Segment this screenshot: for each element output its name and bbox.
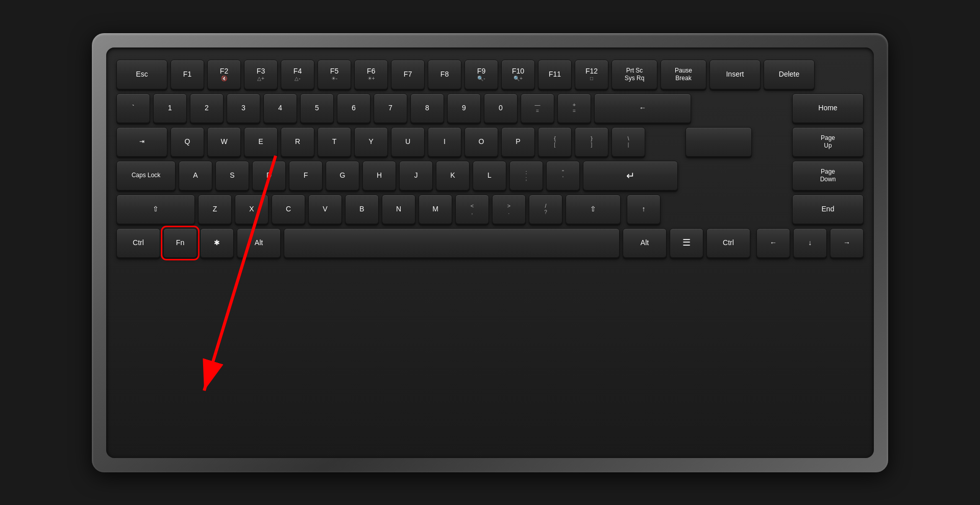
key-f12[interactable]: F12 □ [575,60,608,89]
key-y[interactable]: Y [354,127,388,157]
key-g[interactable]: G [326,161,359,190]
key-backtick[interactable]: ` [116,93,150,123]
key-minus[interactable]: — = [521,93,554,123]
key-win[interactable]: ✱ [200,228,234,258]
key-e[interactable]: E [244,127,278,157]
num-key-row: ` 1 2 3 4 5 6 7 8 9 0 — = + = ← [116,93,864,123]
key-f5[interactable]: F5 ☀- [317,60,351,89]
key-b[interactable]: B [345,195,379,224]
key-6[interactable]: 6 [337,93,371,123]
key-end[interactable]: End [792,195,864,224]
bottom-row: Ctrl Fn ✱ Alt Alt ☰ Ctrl ← ↓ → [116,228,864,258]
key-p[interactable]: P [501,127,535,157]
key-right[interactable]: → [830,228,864,258]
key-lbracket[interactable]: { [ [538,127,572,157]
key-x[interactable]: X [235,195,268,224]
key-m[interactable]: M [419,195,452,224]
key-pause[interactable]: PauseBreak [660,60,706,89]
key-r[interactable]: R [281,127,314,157]
key-a[interactable]: A [179,161,212,190]
key-backspace[interactable]: ← [594,93,691,123]
key-lctrl[interactable]: Ctrl [116,228,160,258]
key-t[interactable]: T [317,127,351,157]
key-f[interactable]: F [289,161,323,190]
key-k[interactable]: K [436,161,470,190]
key-f1[interactable]: F1 [170,60,204,89]
key-backslash[interactable]: \ | [611,127,645,157]
key-rshift[interactable]: ⇧ [566,195,621,224]
key-lshift[interactable]: ⇧ [116,195,195,224]
key-u[interactable]: U [391,127,425,157]
key-esc[interactable]: Esc [116,60,167,89]
key-v[interactable]: V [308,195,342,224]
key-l[interactable]: L [473,161,506,190]
key-pagedown[interactable]: PageDown [792,161,864,190]
key-down[interactable]: ↓ [793,228,827,258]
key-3[interactable]: 3 [227,93,260,123]
key-rctrl[interactable]: Ctrl [706,228,750,258]
key-2[interactable]: 2 [190,93,224,123]
key-z[interactable]: Z [198,195,232,224]
key-f6[interactable]: F6 ☀+ [354,60,388,89]
key-prtsc[interactable]: Prt ScSys Rq [611,60,657,89]
key-7[interactable]: 7 [374,93,407,123]
key-rbracket[interactable]: } ] [575,127,608,157]
key-fn[interactable]: Fn [163,228,197,258]
key-insert[interactable]: Insert [709,60,761,89]
key-tab[interactable]: ⇥ [116,127,167,157]
key-4[interactable]: 4 [263,93,297,123]
key-lalt[interactable]: Alt [237,228,281,258]
key-f11[interactable]: F11 [538,60,572,89]
key-delete[interactable]: Delete [764,60,815,89]
key-w[interactable]: W [207,127,241,157]
key-5[interactable]: 5 [300,93,334,123]
key-0[interactable]: 0 [484,93,518,123]
key-i[interactable]: I [428,127,461,157]
key-f10[interactable]: F10 🔍+ [501,60,535,89]
key-quote[interactable]: " ' [546,161,580,190]
fn-key-row: Esc F1 F2 🔇 F3 △+ F4 △- F5 ☀- [116,60,864,89]
key-n[interactable]: N [382,195,415,224]
key-q[interactable]: Q [170,127,204,157]
asdf-row: Caps Lock A S D F G H J K L : ; " ' [116,161,864,190]
key-menu[interactable]: ☰ [670,228,703,258]
keyboard-outer: Esc F1 F2 🔇 F3 △+ F4 △- F5 ☀- [92,33,888,472]
key-f2[interactable]: F2 🔇 [207,60,241,89]
key-8[interactable]: 8 [410,93,444,123]
keyboard-inner: Esc F1 F2 🔇 F3 △+ F4 △- F5 ☀- [106,47,874,458]
key-enter[interactable]: ↵ [583,161,678,190]
key-space[interactable] [284,228,620,258]
key-capslock[interactable]: Caps Lock [116,161,176,190]
key-9[interactable]: 9 [447,93,481,123]
key-f7[interactable]: F7 [391,60,425,89]
key-ralt[interactable]: Alt [623,228,667,258]
keyboard-wrapper: Esc F1 F2 🔇 F3 △+ F4 △- F5 ☀- [92,33,888,472]
key-f4[interactable]: F4 △- [281,60,314,89]
key-home[interactable]: Home [792,93,864,123]
key-o[interactable]: O [464,127,498,157]
key-s[interactable]: S [215,161,249,190]
key-comma[interactable]: < , [455,195,489,224]
key-1[interactable]: 1 [153,93,187,123]
key-up[interactable]: ↑ [627,195,660,224]
zxcv-row: ⇧ Z X C V B N M < , > . / ? [116,195,864,224]
key-d[interactable]: D [252,161,286,190]
key-pageup[interactable]: PageUp [792,127,864,157]
key-f9[interactable]: F9 🔍- [464,60,498,89]
key-semicolon[interactable]: : ; [509,161,543,190]
key-left[interactable]: ← [756,228,790,258]
key-f8[interactable]: F8 [428,60,461,89]
qwerty-row: ⇥ Q W E R T Y U I O P { [ } ] [116,127,864,157]
key-f3[interactable]: F3 △+ [244,60,278,89]
key-enter-top[interactable] [685,127,752,157]
key-j[interactable]: J [399,161,433,190]
key-equals[interactable]: + = [557,93,591,123]
key-h[interactable]: H [362,161,396,190]
key-period[interactable]: > . [492,195,526,224]
key-slash[interactable]: / ? [529,195,562,224]
key-c[interactable]: C [272,195,305,224]
